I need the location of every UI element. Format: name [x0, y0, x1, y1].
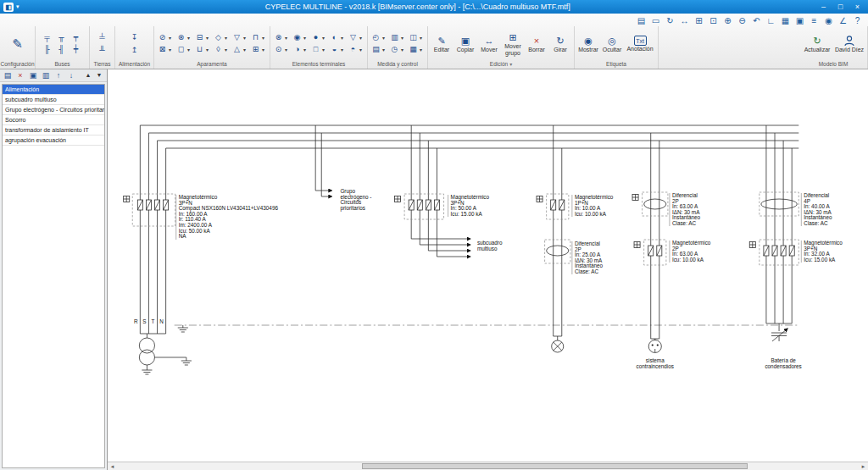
horizontal-scrollbar[interactable]: ◄ ►: [108, 462, 868, 470]
terminal-tool[interactable]: ⊙▾: [273, 44, 290, 55]
terminal-tool[interactable]: ●▾: [310, 32, 327, 43]
switchgear-tool[interactable]: ⊠▾: [157, 44, 174, 55]
breaker-pole-symbol[interactable]: [772, 246, 777, 256]
copy-button[interactable]: ▣Copiar: [454, 34, 476, 53]
ground-symbol[interactable]: [178, 328, 188, 332]
move-down-icon[interactable]: ↓: [66, 70, 76, 80]
measure-icon[interactable]: ∠: [837, 15, 849, 26]
sort-up-icon[interactable]: ▲: [83, 70, 93, 80]
breaker-pole-symbol[interactable]: [789, 246, 794, 256]
sort-down-icon[interactable]: ▼: [94, 70, 104, 80]
scrollbar-track[interactable]: [117, 462, 859, 470]
measure-tool[interactable]: ◷▾: [389, 44, 406, 55]
switchgear-tool[interactable]: ▽▾: [231, 32, 248, 43]
conductor[interactable]: [321, 133, 331, 196]
scrollbar-thumb[interactable]: [362, 463, 748, 469]
paste-item-icon[interactable]: ▥: [41, 70, 51, 80]
snap-icon[interactable]: ▣: [794, 15, 805, 26]
terminal-tool[interactable]: ◉▾: [292, 32, 309, 43]
breaker-pole-symbol[interactable]: [434, 200, 439, 210]
switchgear-tool[interactable]: ⊔▾: [194, 44, 211, 55]
feed-tool-icon[interactable]: ↥: [129, 45, 140, 56]
list-item-transformador[interactable]: transformador de aislamiento IT: [3, 125, 104, 135]
breaker-pole-symbol[interactable]: [146, 200, 151, 210]
breaker-pole-symbol[interactable]: [164, 200, 169, 210]
measure-tool[interactable]: ◴▾: [370, 32, 387, 43]
capacitor-bank-circuit-group[interactable]: Diferencial 4P In: 40.00 A IΔN: 30 mA In…: [749, 125, 843, 369]
switchgear-tool[interactable]: ◻▾: [175, 44, 192, 55]
dialog-launcher-icon[interactable]: ▾: [509, 60, 512, 69]
transformer-symbol[interactable]: [139, 350, 154, 365]
zoom-out-icon[interactable]: ⊖: [737, 15, 748, 26]
user-account-button[interactable]: David Díez: [834, 34, 865, 53]
zoom-all-icon[interactable]: ⊡: [708, 15, 719, 26]
switchgear-tool[interactable]: ⊓▾: [250, 32, 267, 43]
terminal-connector-symbol[interactable]: [634, 242, 640, 248]
grid-icon[interactable]: ▦: [780, 15, 791, 26]
annotation-button[interactable]: TxtAnotación: [625, 35, 655, 53]
minimize-button[interactable]: –: [816, 1, 831, 13]
terminal-tool[interactable]: ◓▾: [348, 44, 364, 55]
breaker-pole-symbol[interactable]: [648, 246, 654, 256]
bus-tool-icon[interactable]: ╥: [56, 32, 67, 43]
terminal-tool[interactable]: ◐▾: [329, 32, 346, 43]
switchgear-tool[interactable]: ◇▾: [213, 32, 230, 43]
list-item-agrupacion[interactable]: agrupación evacuación: [3, 135, 104, 146]
maximize-button[interactable]: □: [833, 1, 848, 13]
breaker-pole-symbol[interactable]: [426, 200, 431, 210]
switchgear-tool[interactable]: ⊘▾: [157, 32, 174, 43]
conductor[interactable]: [554, 336, 562, 340]
print-preview-icon[interactable]: ▭: [650, 15, 661, 26]
ground-symbol[interactable]: [181, 361, 192, 365]
lamp-symbol[interactable]: [552, 340, 564, 352]
conductor[interactable]: [154, 357, 186, 361]
move-group-button[interactable]: ⊞Mover grupo: [502, 30, 524, 57]
pan-icon[interactable]: ↔: [679, 15, 690, 26]
configuration-pencil-icon[interactable]: ✎: [9, 36, 26, 53]
conductor[interactable]: [420, 133, 470, 245]
close-button[interactable]: ×: [850, 1, 865, 13]
bus-tool-icon[interactable]: ╟: [42, 44, 53, 55]
incomer-group[interactable]: Magnetotérmico 3P+N Compact NSX160N LV43…: [124, 125, 279, 374]
switchgear-tool[interactable]: ⊞▾: [250, 44, 267, 55]
feed-tool-icon[interactable]: ↧: [129, 32, 140, 43]
measure-tool[interactable]: ▥▾: [389, 32, 406, 43]
update-bim-button[interactable]: ↻Actualizar: [802, 34, 832, 53]
bus-tool-icon[interactable]: ╤: [42, 32, 53, 43]
terminal-tool[interactable]: ▽▾: [348, 32, 364, 43]
app-icon[interactable]: ◧: [3, 3, 14, 12]
ortho-icon[interactable]: ∟: [765, 15, 776, 26]
app-menu-caret-icon[interactable]: ▾: [16, 1, 19, 13]
earth-tool-icon[interactable]: ╧: [97, 32, 108, 43]
scroll-left-icon[interactable]: ◄: [108, 464, 117, 469]
single-line-diagram[interactable]: Magnetotérmico 3P+N Compact NSX160N LV43…: [108, 69, 868, 462]
fire-system-circuit-group[interactable]: Diferencial 2P In: 63.00 A IΔN: 30 mA In…: [632, 133, 711, 369]
breaker-pole-symbol[interactable]: [417, 200, 422, 210]
conductor[interactable]: [140, 125, 165, 334]
conductor[interactable]: [140, 334, 165, 338]
copy-item-icon[interactable]: ▣: [28, 70, 38, 80]
visibility-icon[interactable]: ◉: [823, 15, 834, 26]
terminal-tool[interactable]: □▾: [310, 44, 327, 55]
lighting-circuit-group[interactable]: Magnetotérmico 1P+N In: 10.00 A Icu: 10.…: [537, 125, 614, 352]
previous-view-icon[interactable]: ↶: [751, 15, 762, 26]
conductor[interactable]: [651, 133, 659, 339]
hide-labels-button[interactable]: ◎Ocultar: [601, 34, 623, 53]
switchgear-tool[interactable]: ⊟▾: [194, 32, 211, 43]
terminal-connector-symbol[interactable]: [632, 195, 638, 201]
list-item-subcuadro[interactable]: subcuadro multiuso: [3, 95, 104, 105]
help-icon[interactable]: ?: [852, 15, 863, 26]
breaker-box[interactable]: [547, 194, 569, 219]
edit-button[interactable]: ✎Editar: [431, 34, 453, 53]
breaker-pole-symbol[interactable]: [781, 246, 786, 256]
zoom-in-icon[interactable]: ⊕: [722, 15, 733, 26]
differential-symbol[interactable]: [644, 199, 666, 209]
layers-icon[interactable]: ≡: [809, 15, 820, 26]
earth-tool-icon[interactable]: ╨: [97, 45, 108, 56]
move-button[interactable]: ↔Mover: [478, 34, 500, 53]
subpanel-feeder-group[interactable]: Magnetotérmico 3P+N In: 50.00 A Icu: 15.…: [395, 125, 503, 257]
breaker-pole-symbol[interactable]: [764, 246, 769, 256]
measure-tool[interactable]: ◫▾: [408, 32, 425, 43]
delete-item-icon[interactable]: ×: [15, 70, 25, 80]
list-item-grupo-electrogeno[interactable]: Grupo electrógeno - Circuitos prioritari…: [3, 105, 104, 115]
